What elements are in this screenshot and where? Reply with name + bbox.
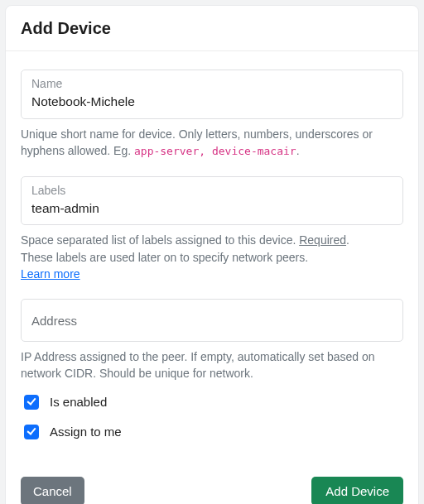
dialog-title: Add Device — [21, 19, 403, 38]
cancel-button[interactable]: Cancel — [21, 477, 84, 504]
dialog-header: Add Device — [6, 6, 418, 51]
dialog-footer: Cancel Add Device — [6, 465, 418, 504]
labels-input[interactable] — [31, 199, 393, 218]
labels-help: Space separated list of labels assigned … — [21, 232, 403, 282]
name-label: Name — [31, 76, 393, 92]
assign-row: Assign to me — [21, 422, 403, 442]
labels-label: Labels — [31, 183, 393, 199]
assign-label: Assign to me — [50, 425, 122, 439]
enabled-checkbox[interactable] — [24, 395, 39, 410]
address-field[interactable] — [21, 299, 403, 342]
add-device-dialog: Add Device Name Unique short name for de… — [5, 5, 419, 504]
required-word: Required — [299, 233, 346, 247]
enabled-label: Is enabled — [50, 395, 107, 409]
address-help: IP Address assigned to the peer. If empt… — [21, 348, 403, 382]
add-device-button[interactable]: Add Device — [311, 477, 403, 504]
name-input[interactable] — [31, 93, 393, 111]
name-help: Unique short name for device. Only lette… — [21, 126, 403, 160]
learn-more-link[interactable]: Learn more — [21, 267, 80, 281]
dialog-body: Name Unique short name for device. Only … — [6, 51, 418, 444]
labels-field[interactable]: Labels — [21, 176, 403, 226]
enabled-row: Is enabled — [21, 392, 403, 412]
name-field[interactable]: Name — [21, 70, 403, 119]
address-input[interactable] — [31, 312, 393, 329]
assign-checkbox[interactable] — [24, 425, 39, 439]
